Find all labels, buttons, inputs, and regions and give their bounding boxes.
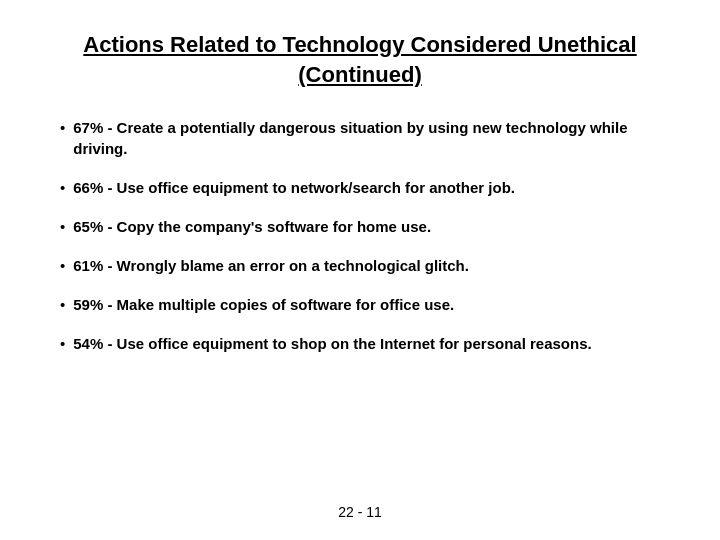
list-item: •67% - Create a potentially dangerous si… bbox=[60, 117, 660, 159]
bullet-text: 67% - Create a potentially dangerous sit… bbox=[73, 117, 660, 159]
bullet-dot-icon: • bbox=[60, 333, 65, 354]
list-item: •65% - Copy the company's software for h… bbox=[60, 216, 660, 237]
bullet-dot-icon: • bbox=[60, 294, 65, 315]
list-item: •61% - Wrongly blame an error on a techn… bbox=[60, 255, 660, 276]
bullet-text: 66% - Use office equipment to network/se… bbox=[73, 177, 515, 198]
bullet-text: 59% - Make multiple copies of software f… bbox=[73, 294, 454, 315]
bullet-dot-icon: • bbox=[60, 117, 65, 138]
page-number: 22 - 11 bbox=[60, 494, 660, 520]
page: Actions Related to Technology Considered… bbox=[0, 0, 720, 540]
list-item: •59% - Make multiple copies of software … bbox=[60, 294, 660, 315]
list-item: •66% - Use office equipment to network/s… bbox=[60, 177, 660, 198]
list-item: •54% - Use office equipment to shop on t… bbox=[60, 333, 660, 354]
bullet-list: •67% - Create a potentially dangerous si… bbox=[60, 117, 660, 494]
bullet-text: 61% - Wrongly blame an error on a techno… bbox=[73, 255, 469, 276]
page-title: Actions Related to Technology Considered… bbox=[60, 30, 660, 89]
bullet-dot-icon: • bbox=[60, 177, 65, 198]
bullet-text: 54% - Use office equipment to shop on th… bbox=[73, 333, 591, 354]
bullet-dot-icon: • bbox=[60, 216, 65, 237]
bullet-text: 65% - Copy the company's software for ho… bbox=[73, 216, 431, 237]
bullet-dot-icon: • bbox=[60, 255, 65, 276]
